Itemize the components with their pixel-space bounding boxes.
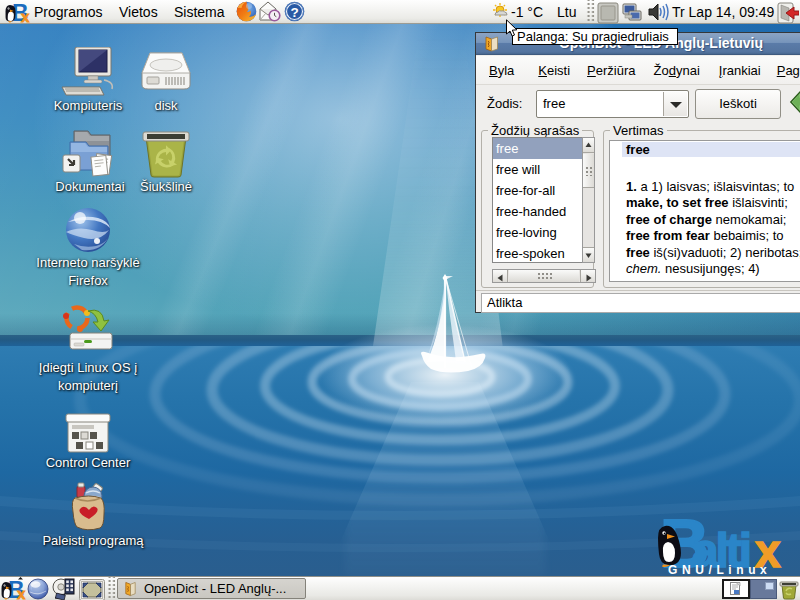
svg-text:GNU/Linux: GNU/Linux [668, 563, 771, 576]
svg-text:?: ? [290, 5, 298, 20]
svg-text:x: x [17, 585, 26, 600]
svg-text:x: x [21, 8, 30, 23]
